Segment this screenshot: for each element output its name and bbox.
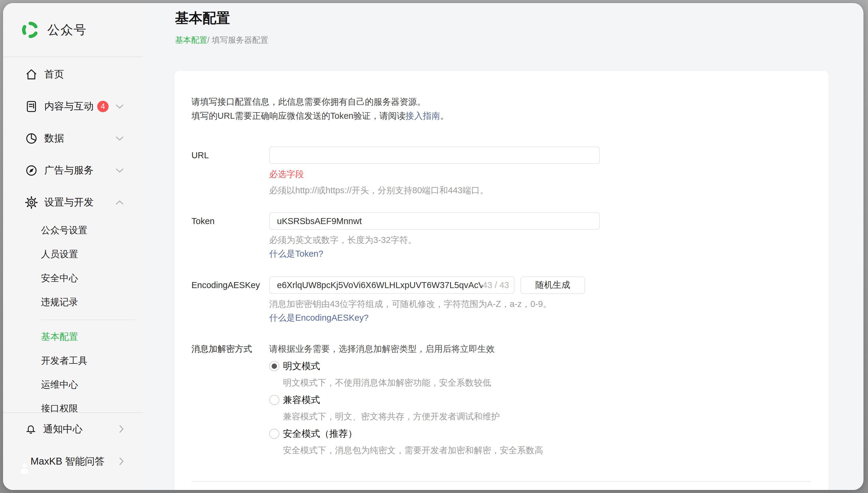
radio-compat-mode[interactable]: 兼容模式 (269, 394, 810, 406)
breadcrumb: 基本配置/ 填写服务器配置 (175, 34, 864, 46)
random-generate-button[interactable]: 随机生成 (520, 276, 585, 294)
radio-secure-mode[interactable]: 安全模式（推荐） (269, 428, 810, 440)
radio-compat-mode-desc: 兼容模式下，明文、密文将共存，方便开发者调试和维护 (283, 410, 810, 422)
url-hint: 必须以http://或https://开头，分别支持80端口和443端口。 (269, 184, 810, 196)
sub-item-label: 人员设置 (41, 248, 78, 261)
what-is-token-link[interactable]: 什么是Token? (269, 249, 323, 258)
chevron-down-icon (115, 104, 124, 109)
radio-label: 明文模式 (283, 360, 320, 372)
intro-text: 请填写接口配置信息，此信息需要你拥有自己的服务器资源。 填写的URL需要正确响应… (191, 95, 810, 123)
card-footer-divider (191, 481, 810, 481)
sidebar-item-basic-config[interactable]: 基本配置 (3, 325, 143, 349)
sub-item-label: 安全中心 (41, 272, 78, 284)
sidebar-item-home[interactable]: 首页 (3, 58, 143, 90)
sidebar-item-account-settings[interactable]: 公众号设置 (3, 218, 143, 242)
sub-item-label: 运维中心 (41, 379, 78, 391)
sidebar-item-ads[interactable]: 广告与服务 (3, 154, 143, 186)
sidebar: 公众号 首页 内容与互动 4 (3, 3, 143, 490)
sidebar-item-label: 数据 (44, 132, 64, 145)
app-window: 公众号 首页 内容与互动 4 (3, 3, 864, 490)
wechat-logo-icon (21, 21, 40, 39)
token-hint: 必须为英文或数字，长度为3-32字符。 (269, 234, 810, 246)
url-input[interactable] (269, 147, 600, 164)
sidebar-footer: 通知中心 MaxKB 智能问答 (3, 412, 143, 490)
sidebar-item-developer-tools[interactable]: 开发者工具 (3, 349, 143, 373)
aes-key-label: EncodingAESKey (191, 276, 269, 324)
aes-key-input[interactable] (270, 280, 482, 290)
intro-line-2-text: 填写的URL需要正确响应微信发送的Token验证，请阅读 (191, 111, 405, 121)
sidebar-item-settings[interactable]: 设置与开发 (3, 186, 143, 218)
page-title: 基本配置 (175, 9, 864, 26)
token-input[interactable] (269, 212, 600, 230)
config-card: 请填写接口配置信息，此信息需要你拥有自己的服务器资源。 填写的URL需要正确响应… (174, 71, 828, 490)
radio-label: 兼容模式 (283, 394, 320, 406)
aes-key-row: EncodingAESKey 43 / 43 随机生成 消息加密密钥由43位字符… (191, 276, 810, 324)
sub-item-label: 违规记录 (41, 296, 78, 308)
sidebar-item-ops-center[interactable]: 运维中心 (3, 373, 143, 397)
sidebar-menu: 首页 内容与互动 4 (3, 57, 143, 218)
sub-item-label: 开发者工具 (41, 355, 87, 367)
chevron-down-icon (115, 168, 124, 173)
radio-label: 安全模式（推荐） (283, 428, 357, 440)
sidebar-item-notification-center[interactable]: 通知中心 (3, 413, 143, 445)
ads-icon (24, 164, 38, 177)
settings-gear-icon (24, 196, 38, 209)
encrypt-mode-label: 消息加解密方式 (191, 343, 269, 461)
sidebar-item-label: 内容与互动 (44, 100, 94, 113)
sidebar-item-label: 通知中心 (43, 422, 83, 436)
sidebar-item-label: 首页 (44, 68, 64, 81)
radio-unselected-icon[interactable] (269, 429, 279, 439)
encrypt-mode-desc: 请根据业务需要，选择消息加解密类型，启用后将立即生效 (269, 343, 810, 355)
chevron-down-icon (115, 136, 124, 141)
home-icon (24, 68, 38, 81)
token-label: Token (191, 212, 269, 260)
submenu-divider (41, 320, 135, 320)
char-counter: 43 / 43 (482, 280, 514, 290)
sidebar-item-content[interactable]: 内容与互动 4 (3, 90, 143, 122)
what-is-aes-key-link[interactable]: 什么是EncodingAESKey? (269, 313, 369, 322)
content-icon (24, 100, 38, 113)
sidebar-item-maxkb[interactable]: MaxKB 智能问答 (3, 445, 143, 477)
sidebar-item-label: MaxKB 智能问答 (30, 455, 105, 468)
sidebar-item-label: 设置与开发 (44, 196, 94, 209)
intro-line-1: 请填写接口配置信息，此信息需要你拥有自己的服务器资源。 (191, 95, 810, 109)
radio-selected-icon[interactable] (269, 361, 279, 371)
sub-item-label: 公众号设置 (41, 224, 87, 237)
sub-item-label: 基本配置 (41, 330, 78, 343)
intro-line-2-suffix: 。 (440, 111, 449, 121)
unread-badge: 4 (97, 101, 109, 112)
data-icon (24, 132, 38, 145)
chevron-right-icon (119, 425, 124, 433)
app-title: 公众号 (47, 22, 87, 38)
radio-unselected-icon[interactable] (269, 395, 279, 405)
sidebar-item-violation-record[interactable]: 违规记录 (3, 290, 143, 314)
url-required-error: 必选字段 (269, 168, 810, 180)
radio-secure-mode-desc: 安全模式下，消息包为纯密文，需要开发者加密和解密，安全系数高 (283, 444, 810, 456)
aes-key-field: 43 / 43 (269, 276, 515, 294)
brand-header: 公众号 (3, 3, 143, 57)
token-row: Token 必须为英文或数字，长度为3-32字符。 什么是Token? (191, 212, 810, 260)
url-label: URL (191, 147, 269, 196)
encrypt-mode-row: 消息加解密方式 请根据业务需要，选择消息加解密类型，启用后将立即生效 明文模式 … (191, 343, 810, 461)
sidebar-item-label: 广告与服务 (44, 164, 94, 177)
breadcrumb-current: / 填写服务器配置 (207, 36, 268, 45)
breadcrumb-link-basic-config[interactable]: 基本配置 (175, 36, 207, 45)
aes-key-hint: 消息加密密钥由43位字符组成，可随机修改，字符范围为A-Z，a-z，0-9。 (269, 298, 810, 310)
url-row: URL 必选字段 必须以http://或https://开头，分别支持80端口和… (191, 147, 810, 196)
chevron-right-icon (119, 457, 124, 466)
main-content: 基本配置 基本配置/ 填写服务器配置 请填写接口配置信息，此信息需要你拥有自己的… (143, 3, 864, 490)
sidebar-item-security-center[interactable]: 安全中心 (3, 266, 143, 290)
intro-line-2: 填写的URL需要正确响应微信发送的Token验证，请阅读接入指南。 (191, 109, 810, 123)
settings-submenu: 公众号设置 人员设置 安全中心 违规记录 基本配置 开发者工具 运维中心 接口权… (3, 218, 143, 421)
radio-plain-mode-desc: 明文模式下，不使用消息体加解密功能，安全系数较低 (283, 377, 810, 389)
radio-plain-mode[interactable]: 明文模式 (269, 360, 810, 372)
access-guide-link[interactable]: 接入指南 (405, 111, 440, 121)
sidebar-item-data[interactable]: 数据 (3, 122, 143, 154)
bell-icon (24, 423, 37, 435)
sidebar-item-staff-settings[interactable]: 人员设置 (3, 242, 143, 266)
chevron-up-icon (115, 200, 124, 205)
